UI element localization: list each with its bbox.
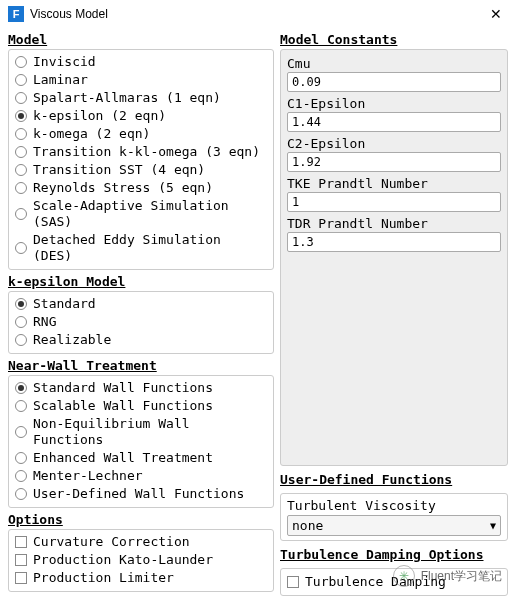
check-row[interactable]: Production Kato-Launder — [15, 551, 267, 569]
udf-title: User-Defined Functions — [280, 472, 508, 487]
checkbox-icon — [15, 536, 27, 548]
radio-label: User-Defined Wall Functions — [33, 486, 244, 502]
radio-row[interactable]: Transition k-kl-omega (3 eqn) — [15, 143, 267, 161]
radio-label: Reynolds Stress (5 eqn) — [33, 180, 213, 196]
udf-value: none — [292, 518, 323, 533]
window-title: Viscous Model — [30, 7, 484, 21]
radio-label: Realizable — [33, 332, 111, 348]
radio-label: k-omega (2 eqn) — [33, 126, 150, 142]
radio-icon — [15, 470, 27, 482]
kepsilon-group-title: k-epsilon Model — [8, 274, 274, 289]
close-icon[interactable]: ✕ — [484, 6, 508, 22]
check-row[interactable]: Curvature Correction — [15, 533, 267, 551]
radio-label: Scale-Adaptive Simulation (SAS) — [33, 198, 267, 230]
radio-row[interactable]: Detached Eddy Simulation (DES) — [15, 231, 267, 265]
radio-icon — [15, 164, 27, 176]
radio-label: Spalart-Allmaras (1 eqn) — [33, 90, 221, 106]
radio-row[interactable]: Non-Equilibrium Wall Functions — [15, 415, 267, 449]
radio-icon — [15, 92, 27, 104]
udf-select[interactable]: none ▼ — [287, 515, 501, 536]
chevron-down-icon: ▼ — [490, 520, 496, 531]
radio-icon — [15, 452, 27, 464]
radio-row[interactable]: Inviscid — [15, 53, 267, 71]
wechat-icon: ✳ — [393, 565, 415, 587]
radio-icon — [15, 208, 27, 220]
titlebar: F Viscous Model ✕ — [0, 0, 516, 28]
constants-box: CmuC1-EpsilonC2-EpsilonTKE Prandtl Numbe… — [280, 49, 508, 466]
radio-icon — [15, 488, 27, 500]
constant-label: TKE Prandtl Number — [287, 176, 501, 191]
checkbox-icon — [15, 554, 27, 566]
watermark: ✳ Fluent学习笔记 — [393, 565, 502, 587]
radio-label: Standard — [33, 296, 96, 312]
radio-icon — [15, 426, 27, 438]
radio-icon — [15, 334, 27, 346]
check-row[interactable]: Production Limiter — [15, 569, 267, 587]
constant-input[interactable] — [287, 152, 501, 172]
radio-icon — [15, 400, 27, 412]
model-group-title: Model — [8, 32, 274, 47]
radio-label: k-epsilon (2 eqn) — [33, 108, 166, 124]
radio-row[interactable]: k-omega (2 eqn) — [15, 125, 267, 143]
constant-input[interactable] — [287, 232, 501, 252]
radio-label: Laminar — [33, 72, 88, 88]
check-label: Production Limiter — [33, 570, 174, 586]
radio-label: Standard Wall Functions — [33, 380, 213, 396]
watermark-text: Fluent学习笔记 — [421, 568, 502, 585]
radio-row[interactable]: Scale-Adaptive Simulation (SAS) — [15, 197, 267, 231]
radio-label: Scalable Wall Functions — [33, 398, 213, 414]
constant-input[interactable] — [287, 112, 501, 132]
radio-row[interactable]: Enhanced Wall Treatment — [15, 449, 267, 467]
constant-input[interactable] — [287, 72, 501, 92]
radio-row[interactable]: Standard Wall Functions — [15, 379, 267, 397]
radio-row[interactable]: Transition SST (4 eqn) — [15, 161, 267, 179]
check-label: Production Kato-Launder — [33, 552, 213, 568]
radio-icon — [15, 298, 27, 310]
check-label: Curvature Correction — [33, 534, 190, 550]
radio-row[interactable]: RNG — [15, 313, 267, 331]
constant-input[interactable] — [287, 192, 501, 212]
damping-title: Turbulence Damping Options — [280, 547, 508, 562]
radio-icon — [15, 128, 27, 140]
radio-icon — [15, 182, 27, 194]
udf-box: Turbulent Viscosity none ▼ — [280, 493, 508, 541]
constants-title: Model Constants — [280, 32, 508, 47]
checkbox-icon — [15, 572, 27, 584]
radio-label: RNG — [33, 314, 56, 330]
options-group-title: Options — [8, 512, 274, 527]
nearwall-group: Standard Wall FunctionsScalable Wall Fun… — [8, 375, 274, 508]
kepsilon-group: StandardRNGRealizable — [8, 291, 274, 354]
radio-row[interactable]: Realizable — [15, 331, 267, 349]
radio-label: Transition k-kl-omega (3 eqn) — [33, 144, 260, 160]
radio-icon — [15, 74, 27, 86]
radio-row[interactable]: Standard — [15, 295, 267, 313]
radio-row[interactable]: Scalable Wall Functions — [15, 397, 267, 415]
radio-icon — [15, 316, 27, 328]
app-icon: F — [8, 6, 24, 22]
udf-label: Turbulent Viscosity — [287, 498, 501, 513]
radio-label: Detached Eddy Simulation (DES) — [33, 232, 267, 264]
radio-row[interactable]: Reynolds Stress (5 eqn) — [15, 179, 267, 197]
radio-row[interactable]: Laminar — [15, 71, 267, 89]
radio-label: Menter-Lechner — [33, 468, 143, 484]
model-group: InviscidLaminarSpalart-Allmaras (1 eqn)k… — [8, 49, 274, 270]
radio-icon — [15, 242, 27, 254]
options-group: Curvature CorrectionProduction Kato-Laun… — [8, 529, 274, 592]
radio-icon — [15, 382, 27, 394]
radio-icon — [15, 146, 27, 158]
constant-label: TDR Prandtl Number — [287, 216, 501, 231]
radio-icon — [15, 56, 27, 68]
nearwall-group-title: Near-Wall Treatment — [8, 358, 274, 373]
radio-row[interactable]: Spalart-Allmaras (1 eqn) — [15, 89, 267, 107]
radio-row[interactable]: User-Defined Wall Functions — [15, 485, 267, 503]
checkbox-icon — [287, 576, 299, 588]
radio-label: Enhanced Wall Treatment — [33, 450, 213, 466]
radio-label: Transition SST (4 eqn) — [33, 162, 205, 178]
constant-label: Cmu — [287, 56, 501, 71]
constant-label: C2-Epsilon — [287, 136, 501, 151]
radio-label: Inviscid — [33, 54, 96, 70]
radio-row[interactable]: k-epsilon (2 eqn) — [15, 107, 267, 125]
constant-label: C1-Epsilon — [287, 96, 501, 111]
radio-icon — [15, 110, 27, 122]
radio-row[interactable]: Menter-Lechner — [15, 467, 267, 485]
